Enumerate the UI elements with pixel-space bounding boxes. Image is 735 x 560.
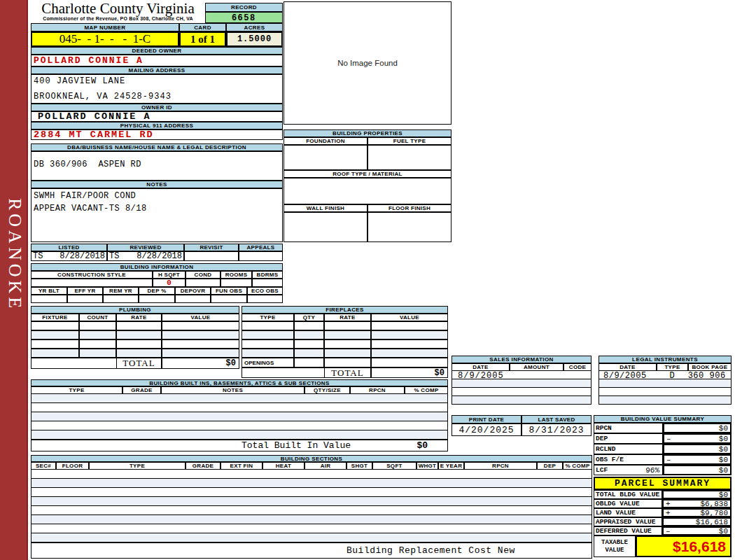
bi-type-label: TYPE — [31, 386, 122, 394]
rem-yr-label: REM YR — [103, 287, 139, 295]
no-image-text: No Image Found — [337, 59, 398, 67]
roof-label: ROOF TYPE / MATERIAL — [284, 170, 451, 178]
fuel-type-label: FUEL TYPE — [368, 137, 451, 145]
bs-sqft-label: SQFT — [372, 462, 416, 470]
bi-notes-label: NOTES — [161, 386, 304, 394]
sales-row: 8/9/2005 — [451, 371, 592, 379]
building-sections-row — [31, 506, 592, 515]
eff-yr-label: EFF YR — [67, 287, 103, 295]
reviewed-label: REVIEWED — [107, 244, 184, 251]
bvs-label: LCF — [596, 466, 608, 474]
bs-shgt-label: SHGT — [346, 462, 372, 470]
building-info-values2 — [31, 295, 283, 303]
foundation-value — [284, 145, 368, 170]
floor-finish-label: FLOOR FINISH — [368, 204, 451, 212]
fireplaces-openings-row: OPENINGS — [241, 358, 448, 368]
legal-headers: DATE TYPE BOOK PAGE — [598, 363, 732, 371]
parcel-row: APPRAISED VALUE $16,618 — [594, 517, 732, 526]
bvs-value: $0 — [719, 456, 728, 464]
legal-type-label: TYPE — [657, 363, 688, 371]
bp-headers1: FOUNDATION FUEL TYPE — [284, 137, 451, 145]
floor-finish-value — [368, 212, 451, 242]
fireplaces-row — [241, 340, 448, 349]
parcel-row: DEFERRED VALUE – $0 — [594, 526, 732, 536]
revisit-label: REVISIT — [184, 244, 239, 251]
bdrms-label: BDRMS — [252, 271, 283, 279]
built-ins-headers: TYPE GRADE NOTES QTY/SIZE RPCN % COMP — [31, 386, 448, 394]
card-label: CARD — [179, 23, 226, 31]
fireplaces-total-label: TOTAL — [324, 368, 371, 378]
parcel-label: TOTAL BLDG VALUE — [594, 490, 662, 499]
plumbing-headers: FIXTURE COUNT RATE VALUE — [31, 314, 239, 321]
bs-ext-fin-label: EXT FIN — [220, 462, 262, 470]
fireplaces-row — [241, 321, 448, 330]
parcel-value: $6,838 — [700, 500, 728, 508]
last-saved-label: LAST SAVED — [522, 415, 592, 424]
building-info-header1: CONSTRUCTION STYLE H SQFT COND ROOMS BDR… — [31, 271, 283, 279]
bvs-label: RPCN — [594, 423, 663, 433]
openings-label: OPENINGS — [241, 358, 294, 368]
plumbing-total-label: TOTAL — [116, 358, 162, 369]
deeded-owner-label: DEEDED OWNER — [31, 47, 283, 55]
bvs-label: OBS F/E — [594, 454, 663, 465]
eco-obs-label: ECO OBS — [247, 287, 283, 295]
print-date-value: 4/20/2025 — [451, 424, 522, 436]
mailing-line2: BROOKNEAL, VA 24528-9343 — [34, 92, 282, 102]
legal-row — [598, 388, 732, 396]
bp-headers2: WALL FINISH FLOOR FINISH — [284, 204, 451, 212]
bi-qty-size-label: QTY/SIZE — [304, 386, 350, 394]
fuel-type-value — [368, 145, 451, 170]
parcel-value: $16,618 — [696, 518, 728, 526]
map-number-label: MAP NUMBER — [31, 23, 179, 31]
rate-label: RATE — [116, 314, 162, 321]
record-number: 6658 — [205, 12, 283, 23]
physical-address-label: PHYSICAL 911 ADDRESS — [31, 122, 283, 130]
reviewed-by: TS — [109, 251, 119, 261]
bvs-value: $0 — [719, 445, 728, 454]
built-ins-row — [31, 394, 448, 403]
fun-obs-label: FUN OBS — [211, 287, 247, 295]
parcel-row: LAND VALUE + $9,780 — [594, 508, 732, 517]
building-sections-footer: Building Replacement Cost New — [31, 542, 592, 559]
property-photo-box: No Image Found — [284, 1, 451, 125]
sales-row — [451, 379, 592, 388]
building-info-header2: YR BLT EFF YR REM YR DEP % DEPOVR FUN OB… — [31, 287, 283, 295]
bvs-row: RPCN $0 — [594, 423, 732, 433]
map-number-value: 045- - 1- - - 1-C — [31, 31, 179, 47]
built-ins-total-row: Total Built In Value $0 — [31, 440, 448, 451]
acres-value: 1.5000 — [226, 31, 283, 47]
replacement-cost-label: Building Replacement Cost New — [31, 545, 515, 556]
h-sqft-label: H SQFT — [153, 271, 186, 279]
plumbing-row — [31, 321, 239, 330]
bvs-value: $0 — [719, 466, 728, 475]
sales-code-label: CODE — [564, 363, 592, 371]
fp-rate-label: RATE — [324, 314, 371, 321]
dates-headers: PRINT DATE LAST SAVED — [451, 415, 592, 424]
bs-sec-label: SEC# — [31, 462, 56, 470]
reviewed-date: 8/28/2018 — [136, 251, 182, 261]
mailing-address: 400 JAGVIEW LANE BROOKNEAL, VA 24528-934… — [31, 74, 283, 104]
listed-date: 8/28/2018 — [59, 251, 105, 261]
sales-information-title: SALES INFORMATION — [451, 356, 592, 363]
plumbing-row — [31, 330, 239, 340]
bvs-lcf-pct: 96% — [645, 466, 659, 475]
bp-values1 — [284, 145, 451, 170]
h-sqft-value: 0 — [153, 279, 186, 287]
roof-value — [284, 178, 451, 204]
wall-finish-value — [284, 212, 368, 242]
bs-heat-label: HEAT — [262, 462, 304, 470]
visits-header-row: LISTED REVIEWED REVISIT APPEALS — [31, 244, 283, 251]
count-label: COUNT — [79, 314, 116, 321]
taxable-label: TAXABLE VALUE — [594, 536, 636, 557]
parcel-value: $0 — [719, 527, 728, 536]
notes-label: NOTES — [31, 181, 283, 188]
revisit-value — [184, 251, 239, 261]
building-sections-title: BUILDING SECTIONS — [31, 455, 592, 462]
built-ins-row — [31, 412, 448, 421]
parcel-op: – — [666, 527, 671, 536]
plumbing-row — [31, 340, 239, 349]
parcel-summary-title: PARCEL SUMMARY — [594, 477, 732, 490]
parcel-label: OBLDG VALUE — [594, 499, 662, 508]
legal-description: DB 360/906 ASPEN RD — [31, 151, 283, 181]
taxable-row: TAXABLE VALUE $16,618 — [594, 536, 732, 557]
